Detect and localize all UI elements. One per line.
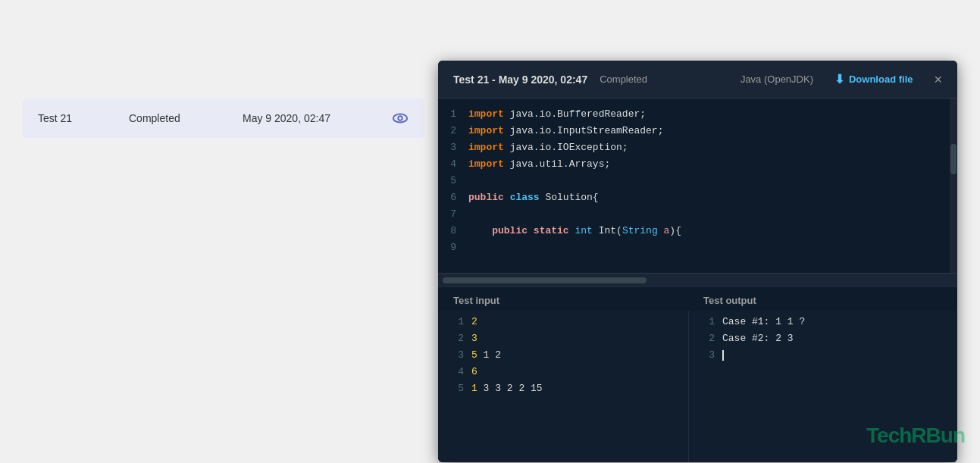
test-list: Test 21 Completed May 9 2020, 02:47 (23, 99, 424, 138)
output-row-2: 2 Case #2: 2 3 (704, 330, 942, 347)
code-line-4: 4 import java.util.Arrays; (438, 156, 950, 173)
input-line-val: 2 (471, 314, 477, 330)
input-row-2: 2 3 (453, 330, 673, 347)
download-icon: ⬇ (834, 72, 844, 86)
output-line-val: Case #2: 2 3 (722, 330, 794, 347)
code-section: 1 import java.io.BufferedReader; 2 impor… (438, 99, 957, 273)
line-code: import java.io.IOException; (468, 139, 628, 156)
modal-status: Completed (600, 74, 647, 85)
code-line-8: 8 public static int Int(String a){ (438, 223, 950, 239)
line-code: import java.io.BufferedReader; (468, 106, 646, 123)
horizontal-scrollbar[interactable] (438, 273, 957, 286)
download-button[interactable]: ⬇ Download file (834, 72, 913, 86)
h-scrollbar-track (443, 277, 953, 283)
line-number: 4 (438, 156, 468, 173)
input-row-3: 3 5 1 2 (453, 347, 673, 364)
input-line-val: 3 (471, 330, 477, 347)
code-modal: Test 21 - May 9 2020, 02:47 Completed Ja… (438, 61, 957, 462)
input-row-5: 5 1 3 3 2 2 15 (453, 380, 673, 397)
line-code: import java.io.InputStreamReader; (468, 123, 663, 139)
line-code: import java.util.Arrays; (468, 156, 610, 173)
line-number: 3 (438, 139, 468, 156)
code-line-5: 5 (438, 173, 950, 189)
test-output-header: Test output (703, 295, 942, 306)
input-row-4: 4 6 (453, 364, 673, 380)
output-line-num: 2 (704, 330, 722, 347)
io-section: Test input Test output 1 2 2 3 3 5 1 2 (438, 286, 957, 462)
input-line-num: 2 (453, 330, 471, 347)
code-content[interactable]: 1 import java.io.BufferedReader; 2 impor… (438, 99, 950, 273)
line-number: 7 (438, 206, 468, 223)
test-input-col: 1 2 2 3 3 5 1 2 4 6 5 1 3 3 2 2 15 (438, 311, 688, 462)
line-code: public static int Int(String a){ (468, 223, 681, 239)
download-label: Download file (849, 74, 913, 85)
test-date: May 9 2020, 02:47 (243, 112, 391, 124)
test-input-header: Test input (453, 295, 703, 306)
output-line-val (722, 347, 724, 364)
input-line-num: 4 (453, 364, 471, 380)
line-number: 1 (438, 106, 468, 123)
view-icon[interactable] (391, 109, 409, 127)
output-line-val: Case #1: 1 1 ? (722, 314, 805, 330)
test-output-col: 1 Case #1: 1 1 ? 2 Case #2: 2 3 3 (688, 311, 957, 462)
modal-header: Test 21 - May 9 2020, 02:47 Completed Ja… (438, 61, 957, 99)
test-row: Test 21 Completed May 9 2020, 02:47 (23, 99, 424, 138)
line-number: 2 (438, 123, 468, 139)
vertical-scrollbar[interactable] (950, 99, 957, 273)
modal-language: Java (OpenJDK) (740, 74, 813, 85)
scrollbar-thumb[interactable] (950, 144, 957, 174)
input-row-1: 1 2 (453, 314, 673, 330)
input-line-val: 6 (471, 364, 477, 380)
input-line-num: 1 (453, 314, 471, 330)
code-line-7: 7 (438, 206, 950, 223)
line-code: public class Solution{ (468, 189, 599, 206)
line-number: 9 (438, 239, 468, 256)
test-name: Test 21 (38, 112, 129, 124)
input-line-val: 5 1 2 (471, 347, 501, 364)
close-button[interactable]: × (934, 73, 942, 86)
output-line-num: 1 (704, 314, 722, 330)
code-line-6: 6 public class Solution{ (438, 189, 950, 206)
io-body: 1 2 2 3 3 5 1 2 4 6 5 1 3 3 2 2 15 (438, 311, 957, 462)
code-line-2: 2 import java.io.InputStreamReader; (438, 123, 950, 139)
output-line-num: 3 (704, 347, 722, 364)
code-line-9: 9 (438, 239, 950, 256)
code-line-1: 1 import java.io.BufferedReader; (438, 106, 950, 123)
test-status: Completed (129, 112, 243, 124)
code-line-3: 3 import java.io.IOException; (438, 139, 950, 156)
output-row-3: 3 (704, 347, 942, 364)
svg-point-1 (398, 116, 402, 120)
line-number: 8 (438, 223, 468, 239)
svg-point-0 (393, 114, 407, 123)
output-row-1: 1 Case #1: 1 1 ? (704, 314, 942, 330)
line-number: 6 (438, 189, 468, 206)
input-line-num: 3 (453, 347, 471, 364)
h-scrollbar-thumb[interactable] (443, 277, 647, 283)
input-line-num: 5 (453, 380, 471, 397)
io-header: Test input Test output (438, 287, 957, 311)
input-line-val: 1 3 3 2 2 15 (471, 380, 543, 397)
modal-title: Test 21 - May 9 2020, 02:47 (453, 74, 587, 86)
line-number: 5 (438, 173, 468, 189)
